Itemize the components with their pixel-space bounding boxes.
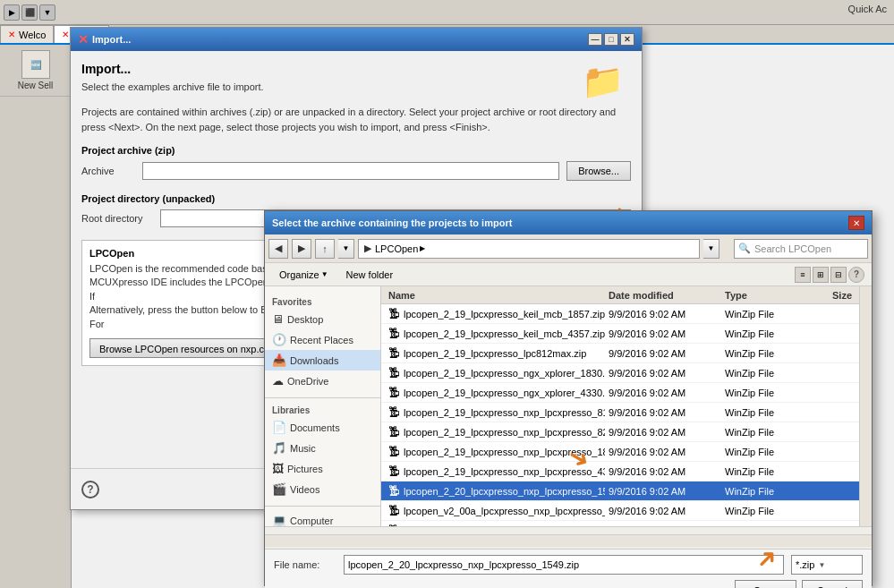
file-row-name-3: 🗜 lpcopen_2_19_lpcxpresso_ngx_xplorer_18… — [385, 366, 605, 379]
filename-row: File name: *.zip ▼ — [274, 555, 863, 575]
filetype-select[interactable]: *.zip ▼ — [791, 555, 863, 575]
table-row[interactable]: 🗜 lpcopen_v2_00a_lpcxpresso_nxp_lpcxpres… — [381, 501, 859, 521]
desktop-label: Desktop — [287, 314, 323, 325]
file-row-type-3: WinZip File — [721, 368, 802, 379]
file-row-date-6: 9/9/2016 9:02 AM — [605, 427, 721, 438]
file-bottom-bar — [265, 526, 872, 550]
table-row[interactable]: 🗜 lpcopen_v2_00a_lpcxpresso_nxp_lpcxpres… — [381, 521, 859, 526]
sidebar-music[interactable]: 🎵 Music — [265, 438, 380, 458]
table-row[interactable]: 🗜 lpcopen_2_19_lpcxpresso_ngx_xplorer_18… — [381, 363, 859, 383]
file-toolbar: Organize ▼ New folder ≡ ⊞ ⊟ ? — [265, 263, 872, 286]
sidebar-pictures[interactable]: 🖼 Pictures — [265, 458, 380, 479]
sidebar-documents[interactable]: 📄 Documents — [265, 417, 380, 438]
file-dialog-titlebar: Select the archive containing the projec… — [265, 211, 872, 234]
file-row-date-11: 9/9/2016 9:02 AM — [605, 525, 721, 527]
file-row-type-11: WinZip File — [721, 525, 802, 527]
zip-icon-9: 🗜 — [388, 484, 400, 498]
sidebar-videos[interactable]: 🎬 Videos — [265, 479, 380, 499]
file-row-type-10: WinZip File — [721, 506, 802, 516]
path-segment: LPCOpen — [375, 243, 418, 254]
pictures-icon: 🖼 — [272, 462, 284, 475]
table-row[interactable]: 🗜 lpcopen_2_19_lpcxpresso_nxp_lpcxpresso… — [381, 403, 859, 422]
ide-sidebar: 🆕 New Sell — [0, 45, 72, 588]
zip-icon-10: 🗜 — [388, 504, 400, 517]
file-sidebar: Favorites 🖥 Desktop 🕐 Recent Places 📥 Do… — [265, 286, 381, 526]
file-footer: File name: *.zip ▼ Open Cancel — [265, 550, 872, 588]
maximize-button[interactable]: □ — [604, 33, 618, 46]
file-cancel-button[interactable]: Cancel — [802, 580, 863, 588]
file-row-name-7: 🗜 lpcopen_2_19_lpcxpresso_nxp_lpcxpresso… — [385, 445, 605, 458]
sidebar-recent[interactable]: 🕐 Recent Places — [265, 329, 380, 350]
minimize-button[interactable]: — — [588, 33, 602, 46]
file-help-button[interactable]: ? — [848, 267, 864, 283]
filename-label: File name: — [274, 559, 336, 570]
browse-button[interactable]: Browse... — [566, 161, 631, 181]
documents-icon: 📄 — [272, 421, 286, 434]
zip-icon-11: 🗜 — [388, 524, 400, 526]
sidebar-desktop[interactable]: 🖥 Desktop — [265, 309, 380, 329]
toolbar-icon-2[interactable]: ⬛ — [21, 4, 38, 21]
tab-welcome[interactable]: ✕ Welco — [0, 25, 54, 43]
sidebar-item-new-sell[interactable]: 🆕 New Sell — [0, 45, 71, 97]
toolbar-icon-3[interactable]: ▼ — [39, 4, 55, 21]
table-row[interactable]: 🗜 lpcopen_2_19_lpcxpresso_lpc812max.zip … — [381, 344, 859, 363]
sidebar-computer[interactable]: 💻 Computer — [265, 510, 380, 526]
file-row-name-4: 🗜 lpcopen_2_19_lpcxpresso_ngx_xplorer_43… — [385, 386, 605, 399]
zip-icon-3: 🗜 — [388, 366, 400, 379]
file-row-date-9: 9/9/2016 9:02 AM — [605, 486, 721, 497]
recent-label: Recent Places — [290, 335, 353, 345]
project-directory-label: Project directory (unpacked) — [81, 193, 631, 204]
path-bar: ▶ LPCOpen ▶ — [358, 239, 700, 259]
file-action-row: Open Cancel — [274, 580, 863, 588]
import-dialog-title: Import... — [92, 34, 131, 45]
filetype-dropdown-icon: ▼ — [818, 561, 825, 569]
downloads-icon: 📥 — [272, 354, 286, 367]
file-nav-bar: ◀ ▶ ↑ ▼ ▶ LPCOpen ▶ ▼ 🔍 Search LPCOpen — [265, 234, 872, 263]
pictures-label: Pictures — [287, 464, 323, 474]
new-sell-icon: 🆕 — [21, 50, 50, 79]
file-row-name-11: 🗜 lpcopen_v2_00a_lpcxpresso_nxp_lpcxpres… — [385, 524, 605, 526]
filename-input[interactable] — [344, 555, 784, 575]
view-icons-button[interactable]: ⊞ — [813, 267, 829, 283]
back-nav-button[interactable]: ◀ — [268, 239, 288, 259]
nav-history-dropdown[interactable]: ▼ — [338, 239, 354, 259]
toolbar-icon-1[interactable]: ▶ — [4, 4, 20, 21]
file-row-date-4: 9/9/2016 9:02 AM — [605, 388, 721, 398]
table-row[interactable]: 🗜 lpcopen_2_19_lpcxpresso_keil_mcb_1857.… — [381, 304, 859, 324]
horizontal-scrollbar[interactable] — [265, 534, 872, 547]
file-row-type-9: WinZip File — [721, 486, 802, 497]
view-details-button[interactable]: ≡ — [795, 267, 811, 283]
up-nav-button[interactable]: ↑ — [315, 239, 335, 259]
view-tiles-button[interactable]: ⊟ — [830, 267, 847, 283]
table-row[interactable]: 🗜 lpcopen_2_19_lpcxpresso_keil_mcb_4357.… — [381, 324, 859, 344]
help-icon[interactable]: ? — [81, 481, 99, 499]
forward-nav-button[interactable]: ▶ — [292, 239, 311, 259]
file-scrollbar[interactable] — [859, 286, 872, 526]
col-name: Name — [385, 290, 605, 301]
search-bar: 🔍 Search LPCOpen — [734, 239, 868, 259]
sidebar-downloads[interactable]: 📥 Downloads — [265, 350, 380, 371]
table-row[interactable]: 🗜 lpcopen_2_19_lpcxpresso_nxp_lpcxpresso… — [381, 462, 859, 481]
file-row-name-9: 🗜 lpcopen_2_20_lpcxpresso_nxp_lpcxpresso… — [385, 484, 605, 498]
file-row-type-2: WinZip File — [721, 348, 802, 359]
open-button[interactable]: Open — [735, 580, 796, 588]
organize-button[interactable]: Organize ▼ — [272, 266, 336, 284]
new-folder-button[interactable]: New folder — [339, 266, 401, 284]
file-row-name-2: 🗜 lpcopen_2_19_lpcxpresso_lpc812max.zip — [385, 346, 605, 360]
import-header: Import... — [81, 62, 582, 76]
documents-label: Documents — [290, 422, 340, 433]
sidebar-onedrive[interactable]: ☁ OneDrive — [265, 371, 380, 391]
table-row[interactable]: 🗜 lpcopen_2_19_lpcxpresso_ngx_xplorer_43… — [381, 383, 859, 403]
file-close-button[interactable]: ✕ — [848, 216, 864, 230]
archive-input[interactable] — [142, 162, 559, 180]
table-row[interactable]: 🗜 lpcopen_2_20_lpcxpresso_nxp_lpcxpresso… — [381, 481, 859, 501]
downloads-label: Downloads — [290, 355, 338, 366]
col-size: Size — [802, 290, 856, 301]
file-row-name-5: 🗜 lpcopen_2_19_lpcxpresso_nxp_lpcxpresso… — [385, 405, 605, 419]
path-dropdown[interactable]: ▼ — [703, 239, 719, 259]
file-row-name-6: 🗜 lpcopen_2_19_lpcxpresso_nxp_lpcxpresso… — [385, 425, 605, 439]
table-row[interactable]: 🗜 lpcopen_2_19_lpcxpresso_nxp_lpcxpresso… — [381, 422, 859, 442]
table-row[interactable]: 🗜 lpcopen_2_19_lpcxpresso_nxp_lpcxpresso… — [381, 442, 859, 462]
close-button[interactable]: ✕ — [620, 33, 634, 46]
zip-icon-7: 🗜 — [388, 445, 400, 458]
